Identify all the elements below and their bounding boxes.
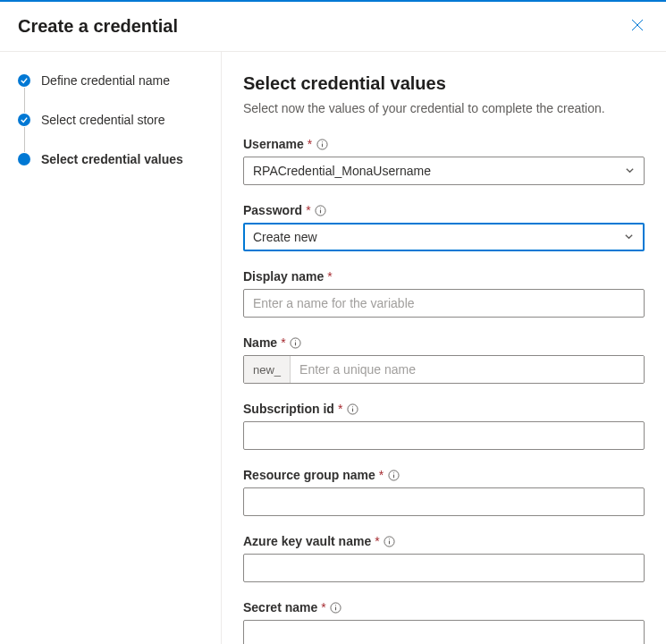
close-button[interactable] [627, 14, 648, 38]
info-icon[interactable] [290, 336, 302, 349]
required-asterisk: * [308, 137, 312, 151]
field-label: Subscription id * [243, 402, 645, 416]
svg-point-4 [322, 141, 323, 142]
label-text: Password [243, 203, 302, 217]
step-label: Select credential values [41, 152, 183, 166]
name-input[interactable] [291, 356, 644, 383]
field-resource-group: Resource group name * [243, 468, 645, 516]
select-value: Create new [253, 230, 317, 244]
resource-group-input[interactable] [243, 487, 645, 516]
modal-header: Create a credential [0, 2, 666, 52]
svg-point-16 [393, 472, 394, 473]
subscription-id-input[interactable] [243, 421, 645, 450]
field-username: Username * RPACredential_MonaUsername [243, 137, 645, 185]
secret-name-input[interactable] [243, 620, 645, 644]
wizard-steps-sidebar: Define credential name Select credential… [0, 52, 222, 644]
field-display-name: Display name * [243, 269, 645, 318]
field-label: Secret name * [243, 600, 645, 614]
required-asterisk: * [379, 468, 384, 482]
field-label: Username * [243, 137, 645, 151]
field-label: Azure key vault name * [243, 534, 645, 548]
step-label: Define credential name [41, 73, 170, 88]
svg-point-13 [352, 406, 353, 407]
page-title: Select credential values [243, 73, 645, 94]
info-icon[interactable] [387, 469, 400, 481]
label-text: Name [243, 335, 277, 350]
svg-point-10 [295, 340, 296, 341]
main-panel: Select credential values Select now the … [222, 52, 666, 644]
step-label: Select credential store [41, 113, 165, 127]
modal-title: Create a credential [18, 16, 178, 37]
label-text: Secret name [243, 600, 317, 614]
required-asterisk: * [321, 600, 325, 614]
step-select-credential-store[interactable]: Select credential store [18, 113, 203, 127]
required-asterisk: * [306, 203, 310, 217]
select-value: RPACredential_MonaUsername [253, 164, 431, 178]
svg-point-22 [335, 605, 336, 606]
field-label: Password * [243, 203, 645, 217]
field-name: Name * new_ [243, 335, 645, 384]
field-subscription-id: Subscription id * [243, 402, 645, 450]
field-label: Name * [243, 335, 645, 350]
required-asterisk: * [338, 402, 342, 416]
info-icon[interactable] [316, 138, 328, 150]
field-label: Resource group name * [243, 468, 645, 482]
field-password: Password * Create new [243, 203, 645, 251]
info-icon[interactable] [330, 601, 342, 614]
display-name-input[interactable] [243, 289, 645, 318]
required-asterisk: * [327, 269, 332, 284]
info-icon[interactable] [346, 402, 358, 415]
current-step-icon [18, 153, 30, 165]
field-vault-name: Azure key vault name * [243, 534, 645, 582]
step-select-credential-values[interactable]: Select credential values [18, 152, 203, 166]
chevron-down-icon [625, 164, 635, 178]
steps-list: Define credential name Select credential… [18, 73, 203, 166]
step-connector [24, 127, 25, 152]
label-text: Azure key vault name [243, 534, 371, 548]
vault-name-input[interactable] [243, 554, 645, 582]
label-text: Display name [243, 269, 324, 284]
label-text: Username [243, 137, 304, 151]
username-select[interactable]: RPACredential_MonaUsername [243, 157, 645, 185]
modal-body: Define credential name Select credential… [0, 52, 666, 644]
label-text: Subscription id [243, 402, 334, 416]
field-secret-name: Secret name * [243, 600, 645, 644]
close-icon [630, 18, 645, 35]
info-icon[interactable] [384, 535, 396, 547]
required-asterisk: * [281, 335, 285, 350]
checkmark-icon [18, 74, 30, 87]
checkmark-icon [18, 114, 30, 126]
password-select[interactable]: Create new [243, 223, 645, 251]
svg-point-19 [389, 538, 390, 539]
create-credential-modal: Create a credential Define credential na… [0, 0, 666, 644]
info-icon[interactable] [315, 204, 327, 216]
page-description: Select now the values of your credential… [243, 101, 645, 115]
step-connector [24, 88, 25, 113]
chevron-down-icon [624, 230, 634, 244]
svg-point-7 [320, 208, 321, 208]
label-text: Resource group name [243, 468, 375, 482]
name-input-group: new_ [243, 355, 645, 384]
step-define-credential-name[interactable]: Define credential name [18, 73, 203, 88]
field-label: Display name * [243, 269, 645, 284]
required-asterisk: * [375, 534, 379, 548]
name-prefix: new_ [244, 356, 291, 383]
